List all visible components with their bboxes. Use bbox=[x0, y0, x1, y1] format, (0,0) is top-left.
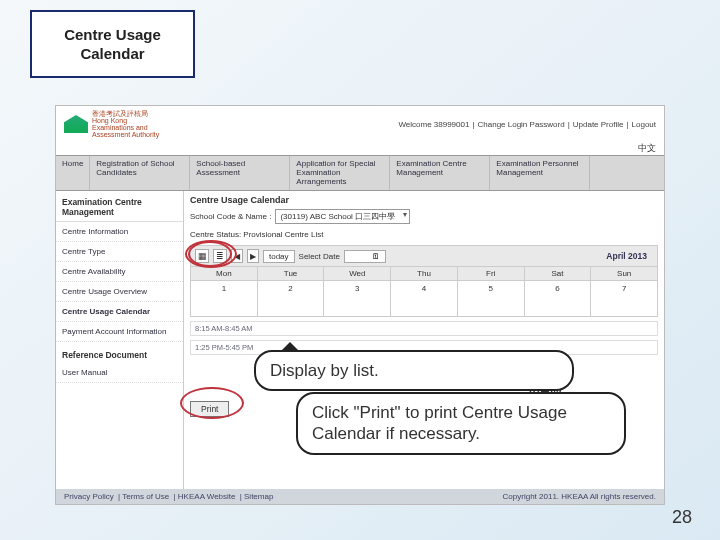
sidebar-ref-title: Reference Document bbox=[56, 342, 183, 363]
annotation-oval-toolbar bbox=[185, 240, 237, 268]
app-header: 香港考試及評核局 Hong Kong Examinations and Asse… bbox=[56, 106, 664, 142]
link-logout[interactable]: Logout bbox=[632, 120, 656, 129]
dow-sat: Sat bbox=[525, 267, 592, 280]
prev-month-button[interactable]: ◀ bbox=[231, 249, 243, 263]
school-row: School Code & Name : (30119) ABC School … bbox=[190, 209, 658, 224]
nav-home[interactable]: Home bbox=[56, 156, 90, 190]
logo-zh: 香港考試及評核局 bbox=[92, 110, 159, 117]
logo-en2: Examinations and bbox=[92, 124, 159, 131]
welcome-text: Welcome 38999001 bbox=[398, 120, 469, 129]
pane-title: Centre Usage Calendar bbox=[190, 195, 658, 205]
footer: Privacy Policy | Terms of Use | HKEAA We… bbox=[56, 489, 664, 504]
calendar-toolbar: ▦ ≣ ◀ ▶ today Select Date 🗓 April 2013 bbox=[190, 245, 658, 267]
view-list-icon[interactable]: ≣ bbox=[213, 249, 227, 263]
footer-privacy[interactable]: Privacy Policy bbox=[64, 492, 114, 501]
cal-cell[interactable]: 4 bbox=[391, 281, 458, 316]
callout-1-text: Display by list. bbox=[270, 361, 379, 380]
sidebar-item-user-manual[interactable]: User Manual bbox=[56, 363, 183, 383]
slide-title: Centre Usage Calendar bbox=[32, 25, 193, 64]
nav-registration[interactable]: Registration of School Candidates bbox=[90, 156, 190, 190]
logo-icon bbox=[64, 115, 88, 133]
dow-wed: Wed bbox=[324, 267, 391, 280]
link-change-password[interactable]: Change Login Password bbox=[478, 120, 565, 129]
month-label: April 2013 bbox=[606, 251, 647, 261]
footer-terms[interactable]: Terms of Use bbox=[122, 492, 169, 501]
timeslot-1: 8:15 AM-8:45 AM bbox=[190, 321, 658, 336]
print-button[interactable]: Print bbox=[190, 401, 229, 417]
logo: 香港考試及評核局 Hong Kong Examinations and Asse… bbox=[64, 110, 159, 138]
language-toggle[interactable]: 中文 bbox=[56, 142, 664, 155]
header-links: Welcome 38999001 | Change Login Password… bbox=[398, 120, 656, 129]
footer-sitemap[interactable]: Sitemap bbox=[244, 492, 273, 501]
nav-sea[interactable]: Application for Special Examination Arra… bbox=[290, 156, 390, 190]
nav-exam-centre[interactable]: Examination Centre Management bbox=[390, 156, 490, 190]
next-month-button[interactable]: ▶ bbox=[247, 249, 259, 263]
cal-cell[interactable]: 5 bbox=[458, 281, 525, 316]
link-update-profile[interactable]: Update Profile bbox=[573, 120, 624, 129]
sidebar-item-centre-info[interactable]: Centre Information bbox=[56, 222, 183, 242]
view-calendar-icon[interactable]: ▦ bbox=[195, 249, 209, 263]
sidebar-item-centre-avail[interactable]: Centre Availability bbox=[56, 262, 183, 282]
status-row: Centre Status: Provisional Centre List bbox=[190, 230, 658, 239]
sidebar-title: Examination Centre Management bbox=[56, 195, 183, 222]
date-input[interactable]: 🗓 bbox=[344, 250, 386, 263]
logo-en3: Assessment Authority bbox=[92, 131, 159, 138]
logo-text: 香港考試及評核局 Hong Kong Examinations and Asse… bbox=[92, 110, 159, 138]
cal-cell[interactable]: 7 bbox=[591, 281, 657, 316]
today-button[interactable]: today bbox=[263, 250, 295, 263]
footer-links: Privacy Policy | Terms of Use | HKEAA We… bbox=[64, 492, 275, 501]
dow-sun: Sun bbox=[591, 267, 657, 280]
sidebar-item-usage-calendar[interactable]: Centre Usage Calendar bbox=[56, 302, 183, 322]
footer-copyright: Copyright 2011. HKEAA All rights reserve… bbox=[503, 492, 656, 501]
dow-thu: Thu bbox=[391, 267, 458, 280]
main-nav: Home Registration of School Candidates S… bbox=[56, 155, 664, 191]
calendar-header-row: Mon Tue Wed Thu Fri Sat Sun bbox=[190, 267, 658, 281]
dow-tue: Tue bbox=[258, 267, 325, 280]
footer-hkeaa[interactable]: HKEAA Website bbox=[178, 492, 236, 501]
nav-exam-personnel[interactable]: Examination Personnel Management bbox=[490, 156, 590, 190]
cal-cell[interactable]: 2 bbox=[258, 281, 325, 316]
dow-mon: Mon bbox=[191, 267, 258, 280]
centre-status: Centre Status: Provisional Centre List bbox=[190, 230, 323, 239]
cal-cell[interactable]: 1 bbox=[191, 281, 258, 316]
nav-sba[interactable]: School-based Assessment bbox=[190, 156, 290, 190]
select-date-label: Select Date bbox=[299, 252, 340, 261]
school-label: School Code & Name : bbox=[190, 212, 271, 221]
logo-en1: Hong Kong bbox=[92, 117, 159, 124]
cal-cell[interactable]: 6 bbox=[525, 281, 592, 316]
page-number: 28 bbox=[672, 507, 692, 528]
sidebar: Examination Centre Management Centre Inf… bbox=[56, 191, 184, 499]
callout-2-text: Click "Print" to print Centre Usage Cale… bbox=[312, 403, 567, 443]
sidebar-item-payment[interactable]: Payment Account Information bbox=[56, 322, 183, 342]
school-select[interactable]: (30119) ABC School 口三四中學 bbox=[275, 209, 410, 224]
callout-display-by-list: Display by list. bbox=[254, 350, 574, 391]
dow-fri: Fri bbox=[458, 267, 525, 280]
sidebar-item-usage-overview[interactable]: Centre Usage Overview bbox=[56, 282, 183, 302]
slide-title-box: Centre Usage Calendar bbox=[30, 10, 195, 78]
sidebar-item-centre-type[interactable]: Centre Type bbox=[56, 242, 183, 262]
cal-cell[interactable]: 3 bbox=[324, 281, 391, 316]
callout-print: Click "Print" to print Centre Usage Cale… bbox=[296, 392, 626, 455]
calendar-body-row: 1 2 3 4 5 6 7 bbox=[190, 281, 658, 317]
